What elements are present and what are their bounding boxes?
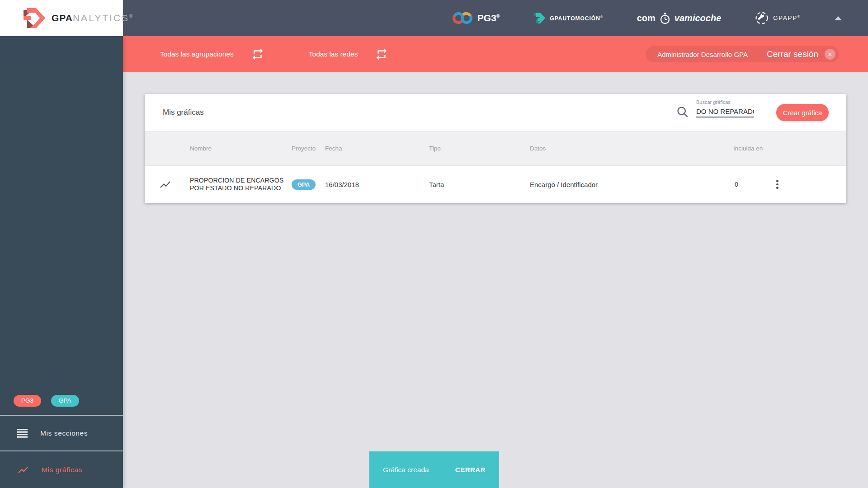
pg3-app-link[interactable]: PG3® [453, 10, 500, 26]
stopwatch-icon [660, 12, 670, 24]
menu-icon [17, 428, 28, 438]
sidebar-item-label: Mis gráficas [42, 466, 82, 474]
pg3-label: PG3® [477, 13, 500, 23]
project-badge: GPA [292, 179, 316, 190]
line-chart-icon [17, 464, 29, 476]
sidebar-bottom-menu: PG3 GPA Mis secciones Mis gráfica [0, 387, 123, 488]
column-header-proyecto: Proyecto [292, 145, 325, 152]
user-name: Administrador Desarrollo GPA [657, 51, 748, 58]
date-cell: 16/03/2018 [325, 181, 429, 188]
search-icon[interactable] [676, 106, 689, 118]
column-header-nombre: Nombre [190, 145, 292, 152]
swap-icon[interactable] [375, 47, 388, 61]
user-session-pill: Administrador Desarrollo GPA Cerrar sesi… [646, 46, 839, 62]
gpapp-label: GPAPP® [773, 14, 801, 21]
card-header: Mis gráficas Buscar gráficas DO NO REPAR… [145, 94, 846, 131]
kebab-menu-icon[interactable] [773, 180, 782, 189]
comovamicoche-prefix: com [637, 13, 656, 23]
gpa-analytics-wordmark: GPANALYTICS® [52, 13, 132, 23]
gpa-analytics-logo[interactable]: GPANALYTICS® [0, 0, 123, 36]
logout-button[interactable]: Cerrar sesión ✕ [767, 49, 835, 60]
column-header-datos: Datos [530, 145, 733, 152]
group-filter-label: Todas las agrupaciones [160, 50, 234, 58]
sidebar-item-mis-graficas[interactable]: Mis gráficas [0, 451, 123, 488]
gpautomocion-app-link[interactable]: GPAUTOMOCIÓN® [533, 12, 603, 24]
collapse-header-arrow-icon[interactable] [835, 16, 842, 20]
search-input-value-box[interactable]: DO NO REPARADO [696, 106, 754, 117]
chart-name-cell[interactable]: PROPORCION DE ENCARGOS POR ESTADO NO REP… [190, 177, 292, 192]
gpa-arrow-logo-icon [21, 6, 46, 30]
table-row[interactable]: PROPORCION DE ENCARGOS POR ESTADO NO REP… [145, 166, 846, 203]
main-content: Mis gráficas Buscar gráficas DO NO REPAR… [123, 72, 868, 488]
column-header-tipo: Tipo [429, 145, 530, 152]
row-actions-cell [773, 180, 846, 189]
type-cell: Tarta [429, 181, 530, 188]
gpapp-app-link[interactable]: GPAPP® [755, 11, 801, 25]
filter-bar: Todas las agrupaciones Todas las redes A… [123, 36, 868, 72]
network-filter-label: Todas las redes [309, 50, 358, 58]
chart-type-cell [145, 178, 190, 191]
gpautomocion-label: GPAUTOMOCIÓN® [550, 15, 603, 22]
pg3-infinity-icon [453, 10, 473, 26]
snackbar-toast: Gráfica creada CERRAR [369, 451, 499, 488]
logout-label: Cerrar sesión [767, 49, 818, 59]
table-header-row: Nombre Proyecto Fecha Tipo Datos Incluid… [145, 131, 846, 166]
gpapp-wrench-icon [755, 11, 769, 25]
column-header-incluida: Incluida en [733, 145, 773, 152]
included-in-cell: 0 [733, 181, 773, 188]
comovamicoche-app-link[interactable]: com vamicoche [637, 12, 722, 24]
page-title: Mis gráficas [163, 108, 204, 117]
sidebar-item-label: Mis secciones [40, 429, 88, 437]
my-charts-card: Mis gráficas Buscar gráficas DO NO REPAR… [145, 94, 846, 203]
swap-icon[interactable] [251, 47, 264, 61]
gpautomocion-arrow-icon [533, 12, 546, 24]
topbar-app-links: PG3® GPAUTOMOCIÓN® com [479, 0, 868, 36]
close-session-icon[interactable]: ✕ [825, 49, 835, 60]
gpa-badge[interactable]: GPA [51, 395, 79, 407]
search-input-label: Buscar gráficas [696, 99, 754, 105]
toast-close-button[interactable]: CERRAR [455, 466, 486, 474]
sidebar: PG3 GPA Mis secciones Mis gráfica [0, 36, 123, 488]
sidebar-item-mis-secciones[interactable]: Mis secciones [0, 416, 123, 450]
project-cell: GPA [292, 179, 325, 190]
data-cell: Encargo / Identificador [530, 181, 733, 188]
search-input-value: DO NO REPARADO [696, 108, 754, 115]
group-filter[interactable]: Todas las agrupaciones [160, 47, 264, 61]
pg3-badge[interactable]: PG3 [14, 395, 41, 407]
search-input[interactable]: Buscar gráficas DO NO REPARADO [696, 99, 754, 117]
comovamicoche-rest: vamicoche [675, 13, 721, 23]
network-filter[interactable]: Todas las redes [309, 47, 389, 61]
column-header-fecha: Fecha [325, 145, 429, 152]
create-chart-button[interactable]: Crear gráfica [776, 104, 829, 121]
toast-message: Gráfica creada [383, 466, 429, 474]
line-chart-icon [159, 178, 171, 191]
sidebar-badges: PG3 GPA [0, 387, 123, 415]
